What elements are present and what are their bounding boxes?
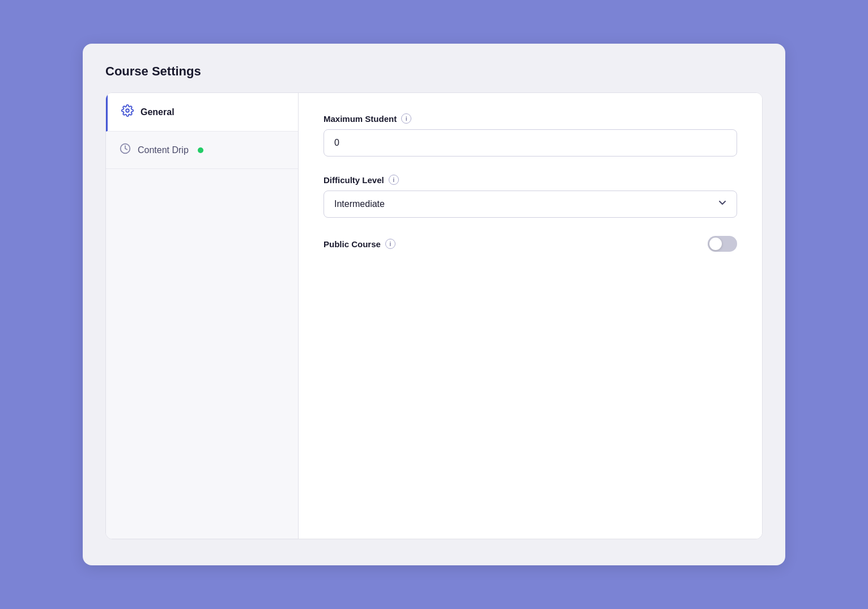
public-course-info-icon[interactable]: i [385, 239, 395, 249]
difficulty-level-label: Difficulty Level i [324, 175, 737, 185]
difficulty-level-info-icon[interactable]: i [389, 175, 399, 185]
svg-point-0 [126, 109, 129, 112]
public-course-label: Public Course [324, 239, 381, 249]
sidebar-item-content-drip-label: Content Drip [138, 145, 189, 155]
clock-icon [120, 143, 131, 157]
form-content-area: Maximum Student i Difficulty Level i Int… [299, 93, 762, 539]
content-drip-status-dot [198, 147, 203, 153]
sidebar-item-general-label: General [141, 107, 175, 117]
public-course-label-group: Public Course i [324, 239, 395, 249]
gear-icon [121, 104, 134, 120]
maximum-student-info-icon[interactable]: i [401, 113, 411, 124]
difficulty-level-select-wrapper: Intermediate [324, 191, 737, 218]
course-settings-card: Course Settings General [83, 44, 785, 565]
sidebar-item-content-drip[interactable]: Content Drip [106, 132, 298, 169]
settings-panel: General Content Drip Maximum Student [105, 92, 763, 539]
public-course-field-group: Public Course i [324, 236, 737, 252]
public-course-toggle-row: Public Course i [324, 236, 737, 252]
difficulty-level-select[interactable]: Intermediate [324, 191, 737, 218]
maximum-student-field-group: Maximum Student i [324, 113, 737, 157]
toggle-thumb [709, 238, 722, 250]
sidebar-item-general[interactable]: General [106, 93, 298, 132]
maximum-student-input[interactable] [324, 129, 737, 157]
maximum-student-label: Maximum Student i [324, 113, 737, 124]
page-title: Course Settings [105, 64, 763, 79]
settings-sidebar: General Content Drip [106, 93, 299, 539]
difficulty-level-field-group: Difficulty Level i Intermediate [324, 175, 737, 218]
difficulty-level-selected-value: Intermediate [334, 199, 385, 209]
public-course-toggle[interactable] [708, 236, 737, 252]
